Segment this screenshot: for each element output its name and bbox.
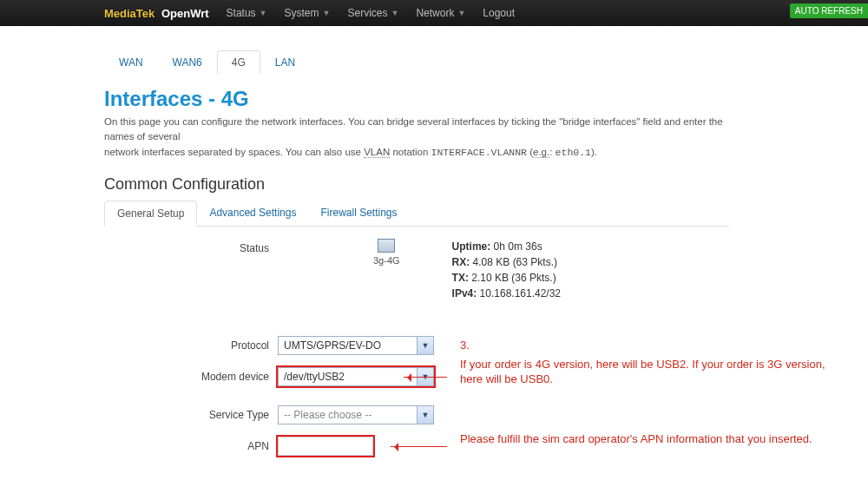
label-protocol: Protocol [104, 336, 278, 352]
status-info: Uptime: 0h 0m 36s RX: 4.08 KB (63 Pkts.)… [452, 239, 561, 301]
modem-select-value: /dev/ttyUSB2 [284, 371, 345, 383]
caret-down-icon: ▼ [391, 9, 398, 17]
cfg-tab-advanced[interactable]: Advanced Settings [197, 201, 308, 226]
nav-services[interactable]: Services▼ [347, 7, 398, 19]
service-select-value: -- Please choose -- [284, 409, 372, 421]
tab-4g[interactable]: 4G [217, 50, 260, 75]
status-interface-name: 3g-4G [373, 255, 400, 266]
caret-down-icon: ▼ [260, 9, 267, 17]
chevron-down-icon: ▼ [417, 406, 433, 424]
auto-refresh-badge[interactable]: AUTO REFRESH [790, 3, 868, 18]
row-status: Status 3g-4G Uptime: 0h 0m 36s RX: 4.08 … [104, 239, 729, 301]
annotation-modem: If your order is 4G version, here will b… [460, 357, 846, 387]
page-description: On this page you can configure the netwo… [104, 115, 729, 160]
nav-network[interactable]: Network▼ [416, 7, 465, 19]
apn-input[interactable] [278, 437, 373, 456]
tab-lan[interactable]: LAN [260, 50, 310, 75]
brand-mediatek: MediaTek [104, 7, 155, 20]
row-service: Service Type -- Please choose -- ▼ [104, 405, 729, 424]
label-service: Service Type [104, 405, 278, 421]
top-navbar: MediaTek OpenWrt Status▼ System▼ Service… [0, 0, 868, 26]
brand-openwrt: OpenWrt [161, 7, 209, 20]
chevron-down-icon: ▼ [417, 337, 433, 354]
cfg-tab-firewall[interactable]: Firewall Settings [308, 201, 409, 226]
nav-status[interactable]: Status▼ [227, 7, 267, 19]
brand: MediaTek OpenWrt [104, 7, 209, 20]
arrow-icon [404, 377, 447, 378]
protocol-select-value: UMTS/GPRS/EV-DO [284, 339, 381, 352]
arrow-icon [391, 446, 447, 447]
caret-down-icon: ▼ [323, 9, 331, 17]
section-title: Common Configuration [104, 175, 729, 194]
annotation-3: 3. [460, 338, 470, 353]
nav-menus: Status▼ System▼ Services▼ Network▼ Logou… [227, 7, 532, 19]
service-select[interactable]: -- Please choose -- ▼ [278, 405, 434, 424]
nav-logout[interactable]: Logout [483, 7, 515, 19]
config-tabs: General Setup Advanced Settings Firewall… [104, 201, 729, 227]
page-title: Interfaces - 4G [104, 87, 729, 111]
caret-down-icon: ▼ [457, 9, 465, 17]
protocol-select[interactable]: UMTS/GPRS/EV-DO ▼ [278, 336, 434, 355]
annotation-apn: Please fulfill the sim card operator's A… [460, 431, 846, 447]
row-modem: Modem device /dev/ttyUSB2 ▼ If your orde… [104, 367, 729, 386]
tab-wan[interactable]: WAN [104, 50, 158, 75]
row-protocol: Protocol UMTS/GPRS/EV-DO ▼ 3. [104, 336, 729, 355]
label-modem: Modem device [104, 367, 278, 383]
content: WAN WAN6 4G LAN Interfaces - 4G On this … [0, 26, 746, 456]
vlan-abbr: VLAN [364, 147, 390, 158]
label-apn: APN [104, 437, 278, 452]
status-interface: 3g-4G [373, 239, 400, 266]
label-status: Status [104, 239, 278, 254]
tab-wan6[interactable]: WAN6 [158, 50, 217, 75]
interface-icon [378, 239, 395, 253]
nav-system[interactable]: System▼ [285, 7, 331, 19]
cfg-tab-general[interactable]: General Setup [104, 201, 197, 227]
row-apn: APN Please fulfill the sim card operator… [104, 437, 729, 456]
interface-tabs: WAN WAN6 4G LAN [104, 50, 729, 75]
